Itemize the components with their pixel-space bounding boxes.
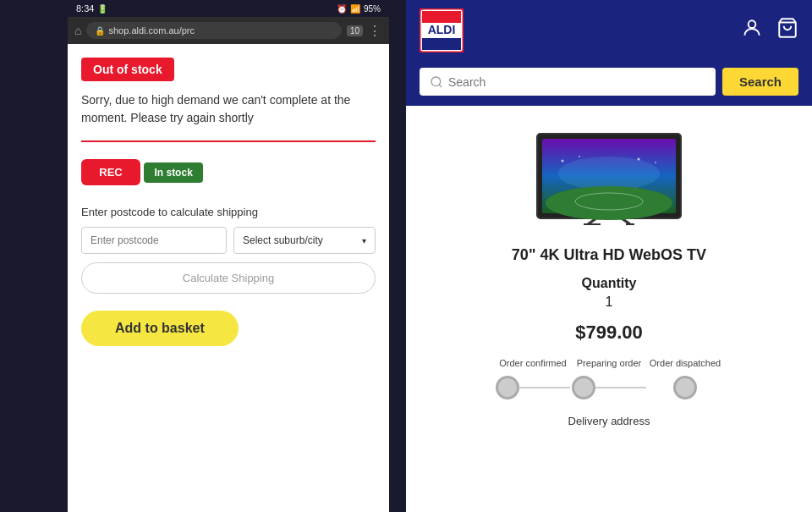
chevron-down-icon: ▾	[362, 236, 366, 245]
lock-icon: 🔒	[95, 26, 105, 36]
sorry-message: Sorry, due to high demand we can't compl…	[81, 91, 376, 127]
url-bar[interactable]: 🔒 shop.aldi.com.au/prc	[86, 22, 341, 39]
menu-dots-icon[interactable]: ⋮	[368, 23, 382, 39]
suburb-select[interactable]: Select suburb/city ▾	[233, 227, 376, 254]
svg-point-15	[558, 157, 660, 190]
postcode-input[interactable]	[81, 227, 227, 254]
svg-point-21	[655, 162, 656, 163]
in-stock-badge: In stock	[144, 162, 202, 183]
red-divider	[81, 140, 376, 142]
calculate-shipping-button[interactable]: Calculate Shipping	[81, 262, 376, 294]
svg-text:ALDI: ALDI	[428, 23, 456, 36]
step-circle-1	[496, 376, 519, 399]
step-order-confirmed: Order confirmed	[495, 357, 571, 399]
svg-point-16	[546, 186, 672, 220]
out-of-stock-badge: Out of stock	[81, 58, 174, 81]
tv-image	[524, 123, 694, 233]
signal-icon: 📶	[350, 4, 360, 14]
svg-point-4	[749, 20, 756, 28]
step-circle-2	[572, 376, 595, 399]
step-line-2	[595, 387, 646, 388]
svg-rect-1	[422, 11, 461, 23]
aldi-logo[interactable]: ALDI	[420, 8, 464, 52]
order-steps: Order confirmed Preparing order Order di…	[423, 357, 795, 399]
search-button[interactable]: Search	[722, 68, 798, 96]
rec-button[interactable]: REC	[81, 159, 140, 185]
svg-point-6	[431, 77, 441, 86]
product-section: 70" 4K Ultra HD WebOS TV Quantity 1 $799…	[406, 106, 812, 512]
home-icon[interactable]: ⌂	[74, 24, 81, 37]
quantity-value: 1	[606, 295, 613, 310]
charging-icon: 🔋	[97, 4, 107, 14]
step-line-1	[519, 387, 570, 388]
basket-icon[interactable]	[776, 17, 798, 44]
add-to-basket-button[interactable]: Add to basket	[81, 311, 239, 346]
delivery-address-label: Delivery address	[568, 415, 650, 427]
svg-point-19	[579, 156, 580, 157]
shipping-label: Enter postcode to calculate shipping	[81, 206, 376, 218]
quantity-label: Quantity	[582, 276, 637, 291]
aldi-header: ALDI	[406, 0, 812, 61]
suburb-select-text: Select suburb/city	[243, 234, 323, 246]
svg-point-20	[638, 158, 640, 161]
alarm-icon: ⏰	[337, 4, 347, 14]
step-circle-3	[673, 376, 697, 399]
svg-rect-2	[422, 38, 461, 50]
price-display: $799.00	[575, 322, 643, 344]
url-text: shop.aldi.com.au/prc	[108, 25, 195, 36]
product-title: 70" 4K Ultra HD WebOS TV	[512, 246, 706, 264]
step-order-dispatched: Order dispatched	[647, 357, 723, 399]
battery-display: 95%	[364, 4, 381, 14]
tab-count[interactable]: 10	[347, 25, 363, 36]
account-icon[interactable]	[741, 17, 763, 44]
svg-point-18	[562, 160, 564, 162]
search-icon	[430, 75, 443, 89]
step-preparing-order: Preparing order	[571, 357, 647, 399]
time-display: 8:34	[76, 3, 94, 14]
search-bar-row: Search	[406, 61, 812, 106]
search-input[interactable]	[448, 75, 705, 89]
svg-line-7	[439, 85, 442, 87]
search-input-wrap[interactable]	[420, 68, 716, 96]
